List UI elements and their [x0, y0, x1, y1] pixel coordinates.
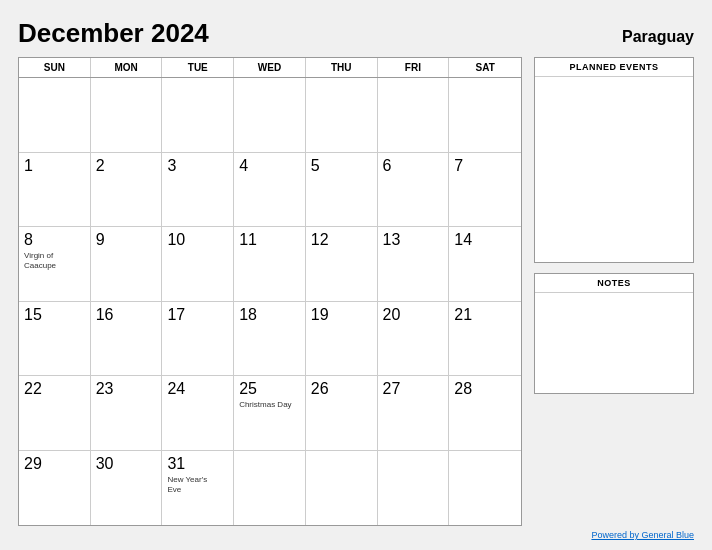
calendar-cell: [306, 451, 378, 526]
cell-number: 16: [96, 306, 114, 324]
calendar-cell: 24: [162, 376, 234, 451]
calendar-cell: 28: [449, 376, 521, 451]
calendar-cell: [234, 78, 306, 153]
calendar-cell: [449, 78, 521, 153]
calendar-cell: 15: [19, 302, 91, 377]
calendar-cell: 20: [378, 302, 450, 377]
cell-number: 23: [96, 380, 114, 398]
cell-event: Christmas Day: [239, 400, 300, 410]
calendar-cell: 5: [306, 153, 378, 228]
calendar-cell: 27: [378, 376, 450, 451]
calendar-cell: 7: [449, 153, 521, 228]
calendar-cell: 31New Year's Eve: [162, 451, 234, 526]
cell-number: 30: [96, 455, 114, 473]
day-header: MON: [91, 58, 163, 77]
page: December 2024 Paraguay SUNMONTUEWEDTHUFR…: [0, 0, 712, 550]
calendar-cell: 12: [306, 227, 378, 302]
month-title: December 2024: [18, 18, 209, 49]
notes-title: NOTES: [535, 274, 693, 293]
calendar-cell: 6: [378, 153, 450, 228]
calendar-cell: 25Christmas Day: [234, 376, 306, 451]
cell-number: 9: [96, 231, 105, 249]
calendar-cell: [306, 78, 378, 153]
day-header: SAT: [449, 58, 521, 77]
cell-number: 25: [239, 380, 257, 398]
cell-number: 24: [167, 380, 185, 398]
side-section: PLANNED EVENTS NOTES: [534, 57, 694, 526]
cell-number: 10: [167, 231, 185, 249]
cell-number: 7: [454, 157, 463, 175]
planned-events-content: [535, 77, 693, 262]
calendar-cell: [449, 451, 521, 526]
cell-number: 6: [383, 157, 392, 175]
day-header: FRI: [378, 58, 450, 77]
calendar-cell: 14: [449, 227, 521, 302]
day-header: SUN: [19, 58, 91, 77]
planned-events-title: PLANNED EVENTS: [535, 58, 693, 77]
calendar-grid: 12345678Virgin of Caacupe910111213141516…: [19, 78, 521, 525]
cell-number: 17: [167, 306, 185, 324]
notes-content: [535, 293, 693, 393]
calendar-cell: [91, 78, 163, 153]
cell-number: 20: [383, 306, 401, 324]
calendar-cell: 8Virgin of Caacupe: [19, 227, 91, 302]
calendar-cell: [19, 78, 91, 153]
calendar-cell: 11: [234, 227, 306, 302]
cell-number: 1: [24, 157, 33, 175]
cell-event: New Year's Eve: [167, 475, 228, 496]
cell-number: 8: [24, 231, 33, 249]
calendar-cell: 4: [234, 153, 306, 228]
calendar-cell: 29: [19, 451, 91, 526]
cell-number: 3: [167, 157, 176, 175]
calendar-cell: 2: [91, 153, 163, 228]
calendar-cell: [378, 78, 450, 153]
cell-number: 12: [311, 231, 329, 249]
cell-number: 14: [454, 231, 472, 249]
cell-number: 27: [383, 380, 401, 398]
cell-number: 18: [239, 306, 257, 324]
calendar-cell: 10: [162, 227, 234, 302]
cell-number: 4: [239, 157, 248, 175]
calendar-cell: 17: [162, 302, 234, 377]
cell-number: 5: [311, 157, 320, 175]
cell-number: 31: [167, 455, 185, 473]
calendar-cell: 9: [91, 227, 163, 302]
cell-number: 22: [24, 380, 42, 398]
calendar-cell: [378, 451, 450, 526]
cell-number: 11: [239, 231, 257, 249]
main-area: SUNMONTUEWEDTHUFRISAT 12345678Virgin of …: [18, 57, 694, 526]
cell-number: 21: [454, 306, 472, 324]
powered-by-link[interactable]: Powered by General Blue: [591, 530, 694, 540]
calendar-cell: 16: [91, 302, 163, 377]
calendar-cell: 3: [162, 153, 234, 228]
calendar-cell: 26: [306, 376, 378, 451]
header-row: December 2024 Paraguay: [18, 18, 694, 49]
calendar-cell: 19: [306, 302, 378, 377]
notes-box: NOTES: [534, 273, 694, 394]
day-header: THU: [306, 58, 378, 77]
country-title: Paraguay: [622, 28, 694, 46]
footer: Powered by General Blue: [18, 526, 694, 540]
calendar-cell: 21: [449, 302, 521, 377]
cell-number: 29: [24, 455, 42, 473]
calendar-cell: 18: [234, 302, 306, 377]
cell-number: 15: [24, 306, 42, 324]
day-headers: SUNMONTUEWEDTHUFRISAT: [19, 58, 521, 78]
calendar-cell: 13: [378, 227, 450, 302]
calendar-cell: 22: [19, 376, 91, 451]
cell-event: Virgin of Caacupe: [24, 251, 85, 272]
calendar-cell: [234, 451, 306, 526]
cell-number: 26: [311, 380, 329, 398]
calendar-cell: 30: [91, 451, 163, 526]
cell-number: 19: [311, 306, 329, 324]
calendar-cell: [162, 78, 234, 153]
day-header: WED: [234, 58, 306, 77]
cell-number: 2: [96, 157, 105, 175]
day-header: TUE: [162, 58, 234, 77]
calendar-cell: 23: [91, 376, 163, 451]
cell-number: 28: [454, 380, 472, 398]
cell-number: 13: [383, 231, 401, 249]
planned-events-box: PLANNED EVENTS: [534, 57, 694, 263]
calendar-cell: 1: [19, 153, 91, 228]
calendar-section: SUNMONTUEWEDTHUFRISAT 12345678Virgin of …: [18, 57, 522, 526]
